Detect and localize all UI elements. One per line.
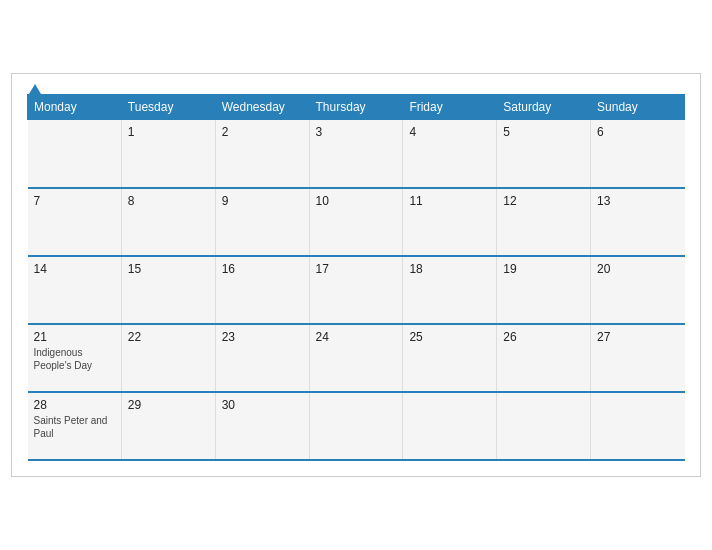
calendar-cell: 14 [28,256,122,324]
calendar-tbody: 123456789101112131415161718192021Indigen… [28,120,685,460]
day-number: 9 [222,194,303,208]
day-number: 11 [409,194,490,208]
day-number: 18 [409,262,490,276]
calendar-cell: 29 [121,392,215,460]
calendar-cell: 20 [591,256,685,324]
day-number: 23 [222,330,303,344]
calendar-cell: 12 [497,188,591,256]
calendar-cell: 1 [121,120,215,188]
day-number: 2 [222,125,303,139]
day-number: 16 [222,262,303,276]
calendar-cell: 25 [403,324,497,392]
calendar-cell: 5 [497,120,591,188]
calendar-cell: 16 [215,256,309,324]
event-text: Indigenous People's Day [34,346,115,372]
day-number: 30 [222,398,303,412]
calendar-cell: 13 [591,188,685,256]
calendar-cell [497,392,591,460]
calendar-cell: 26 [497,324,591,392]
day-number: 19 [503,262,584,276]
calendar-cell [403,392,497,460]
calendar-cell: 8 [121,188,215,256]
day-number: 26 [503,330,584,344]
calendar-cell: 7 [28,188,122,256]
weekday-header-row: MondayTuesdayWednesdayThursdayFridaySatu… [28,95,685,120]
calendar-cell: 21Indigenous People's Day [28,324,122,392]
day-number: 27 [597,330,678,344]
day-number: 3 [316,125,397,139]
day-number: 14 [34,262,115,276]
calendar-cell: 10 [309,188,403,256]
weekday-header-saturday: Saturday [497,95,591,120]
calendar-cell: 23 [215,324,309,392]
calendar-cell: 11 [403,188,497,256]
calendar-cell: 3 [309,120,403,188]
calendar-cell: 4 [403,120,497,188]
calendar-week-row: 28Saints Peter and Paul2930 [28,392,685,460]
weekday-header-thursday: Thursday [309,95,403,120]
calendar-cell: 28Saints Peter and Paul [28,392,122,460]
day-number: 5 [503,125,584,139]
weekday-header-sunday: Sunday [591,95,685,120]
calendar-cell [28,120,122,188]
calendar-cell: 30 [215,392,309,460]
day-number: 25 [409,330,490,344]
day-number: 21 [34,330,115,344]
day-number: 29 [128,398,209,412]
calendar-cell: 19 [497,256,591,324]
day-number: 1 [128,125,209,139]
day-number: 22 [128,330,209,344]
day-number: 8 [128,194,209,208]
day-number: 13 [597,194,678,208]
calendar-table: MondayTuesdayWednesdayThursdayFridaySatu… [27,94,685,461]
calendar-cell [591,392,685,460]
calendar-cell: 6 [591,120,685,188]
event-text: Saints Peter and Paul [34,414,115,440]
day-number: 10 [316,194,397,208]
brand-triangle-icon [29,84,41,94]
calendar-week-row: 21Indigenous People's Day222324252627 [28,324,685,392]
calendar-week-row: 78910111213 [28,188,685,256]
calendar-cell: 17 [309,256,403,324]
day-number: 24 [316,330,397,344]
day-number: 7 [34,194,115,208]
day-number: 15 [128,262,209,276]
day-number: 28 [34,398,115,412]
weekday-header-friday: Friday [403,95,497,120]
calendar-week-row: 14151617181920 [28,256,685,324]
day-number: 17 [316,262,397,276]
day-number: 6 [597,125,678,139]
weekday-header-tuesday: Tuesday [121,95,215,120]
calendar-cell: 2 [215,120,309,188]
calendar-cell: 18 [403,256,497,324]
calendar-cell: 27 [591,324,685,392]
calendar-cell: 22 [121,324,215,392]
calendar-cell: 9 [215,188,309,256]
calendar-cell: 15 [121,256,215,324]
calendar-container: MondayTuesdayWednesdayThursdayFridaySatu… [11,73,701,477]
calendar-cell: 24 [309,324,403,392]
weekday-header-wednesday: Wednesday [215,95,309,120]
weekday-header-monday: Monday [28,95,122,120]
day-number: 4 [409,125,490,139]
day-number: 20 [597,262,678,276]
calendar-thead: MondayTuesdayWednesdayThursdayFridaySatu… [28,95,685,120]
brand-logo [27,84,41,94]
calendar-cell [309,392,403,460]
calendar-week-row: 123456 [28,120,685,188]
day-number: 12 [503,194,584,208]
